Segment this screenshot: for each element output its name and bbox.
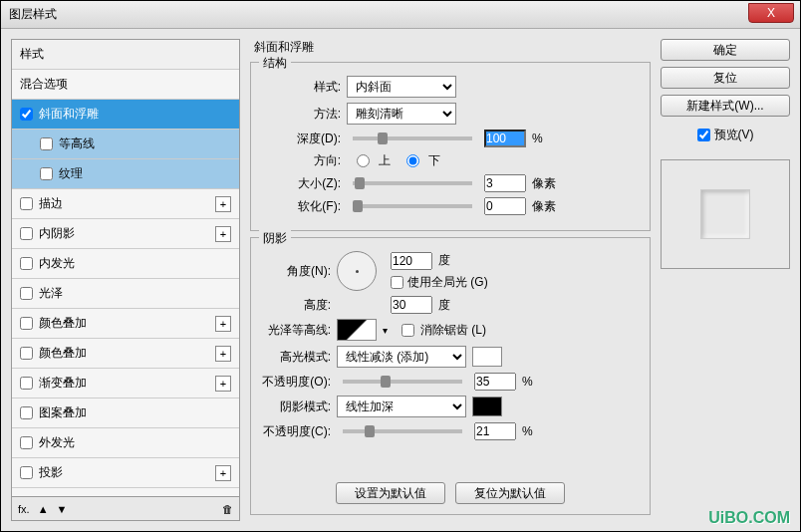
method-select[interactable]: 雕刻清晰 — [347, 103, 456, 125]
preview-checkbox[interactable] — [697, 129, 710, 141]
sidebar-item[interactable]: 图案叠加 — [12, 399, 239, 428]
shadow-color-swatch[interactable] — [472, 397, 502, 416]
sidebar-item[interactable]: 光泽 — [12, 279, 239, 309]
depth-input[interactable] — [484, 130, 526, 147]
style-label: 样式: — [261, 79, 341, 96]
highlight-color-swatch[interactable] — [472, 347, 502, 367]
add-icon[interactable]: + — [215, 346, 231, 362]
angle-label: 角度(N): — [261, 263, 331, 280]
sidebar-header: 样式 — [12, 40, 239, 70]
style-label: 图案叠加 — [39, 404, 231, 421]
style-label: 光泽 — [39, 285, 231, 302]
highlight-opacity-input[interactable] — [474, 373, 516, 391]
style-checkbox[interactable] — [20, 197, 33, 210]
structure-title: 结构 — [259, 55, 291, 72]
add-icon[interactable]: + — [215, 196, 231, 212]
style-checkbox[interactable] — [20, 257, 33, 270]
add-icon[interactable]: + — [215, 376, 231, 392]
blend-options[interactable]: 混合选项 — [12, 70, 239, 100]
cancel-button[interactable]: 复位 — [661, 67, 790, 89]
style-label: 纹理 — [59, 165, 231, 182]
sidebar-item[interactable]: 颜色叠加+ — [12, 309, 239, 339]
soften-unit: 像素 — [532, 198, 556, 215]
close-button[interactable]: X — [748, 3, 794, 23]
antialias-checkbox[interactable] — [401, 324, 414, 337]
trash-icon[interactable]: 🗑 — [222, 503, 233, 515]
style-label: 颜色叠加 — [39, 345, 215, 362]
direction-up-radio[interactable] — [357, 154, 370, 167]
sidebar-item[interactable]: 投影+ — [12, 458, 239, 488]
add-icon[interactable]: + — [215, 465, 231, 481]
shadow-opacity-input[interactable] — [474, 422, 516, 440]
size-unit: 像素 — [532, 175, 556, 192]
size-input[interactable] — [484, 174, 526, 192]
angle-unit: 度 — [438, 252, 450, 269]
style-checkbox[interactable] — [20, 227, 33, 240]
style-checkbox[interactable] — [20, 108, 33, 121]
shadow-opacity-label: 不透明度(C): — [261, 423, 331, 440]
gloss-contour-picker[interactable] — [337, 319, 377, 341]
antialias-label: 消除锯齿 (L) — [420, 322, 486, 339]
altitude-input[interactable] — [391, 296, 432, 314]
layer-style-dialog: 图层样式 X 样式 混合选项 斜面和浮雕等高线纹理描边+内阴影+内发光光泽颜色叠… — [0, 0, 801, 532]
style-label: 等高线 — [59, 135, 231, 152]
depth-slider[interactable] — [353, 136, 472, 140]
ok-button[interactable]: 确定 — [661, 39, 790, 61]
preview-box — [661, 159, 790, 269]
style-label: 斜面和浮雕 — [39, 106, 231, 123]
sidebar-item[interactable]: 纹理 — [12, 159, 239, 189]
soften-input[interactable] — [484, 197, 526, 215]
gloss-label: 光泽等高线: — [261, 322, 331, 339]
style-checkbox[interactable] — [20, 377, 33, 390]
preview-swatch — [700, 189, 750, 239]
highlight-opacity-label: 不透明度(O): — [261, 374, 331, 391]
reset-default-button[interactable]: 复位为默认值 — [455, 482, 565, 504]
global-light-checkbox[interactable] — [391, 276, 403, 289]
add-icon[interactable]: + — [215, 316, 231, 332]
move-up-icon[interactable]: ▲ — [38, 503, 49, 515]
style-checkbox[interactable] — [20, 466, 33, 479]
sidebar-item[interactable]: 描边+ — [12, 189, 239, 219]
style-checkbox[interactable] — [20, 436, 33, 449]
highlight-mode-select[interactable]: 线性减淡 (添加) — [337, 346, 466, 368]
depth-label: 深度(D): — [261, 131, 341, 147]
size-slider[interactable] — [353, 181, 472, 185]
set-default-button[interactable]: 设置为默认值 — [336, 482, 445, 504]
direction-down-radio[interactable] — [406, 154, 419, 167]
angle-input[interactable] — [391, 252, 432, 270]
altitude-label: 高度: — [261, 297, 331, 314]
move-down-icon[interactable]: ▼ — [57, 503, 68, 515]
sidebar-item[interactable]: 斜面和浮雕 — [12, 100, 239, 130]
shadow-mode-select[interactable]: 线性加深 — [337, 396, 466, 417]
style-label: 渐变叠加 — [39, 375, 215, 392]
shadow-group: 阴影 角度(N): 度 使用全局光 (G) — [250, 237, 651, 515]
shadow-title: 阴影 — [259, 230, 291, 247]
shadow-opacity-slider[interactable] — [343, 429, 462, 433]
new-style-button[interactable]: 新建样式(W)... — [661, 95, 790, 117]
section-title: 斜面和浮雕 — [254, 39, 651, 56]
style-label: 描边 — [39, 195, 215, 212]
style-label: 投影 — [39, 464, 215, 481]
style-checkbox[interactable] — [20, 347, 33, 360]
angle-wheel[interactable] — [337, 251, 377, 291]
sidebar-footer: fx. ▲ ▼ 🗑 — [12, 496, 239, 520]
style-label: 外发光 — [39, 434, 231, 451]
content: 样式 混合选项 斜面和浮雕等高线纹理描边+内阴影+内发光光泽颜色叠加+颜色叠加+… — [1, 29, 800, 531]
sidebar-item[interactable]: 颜色叠加+ — [12, 339, 239, 369]
style-checkbox[interactable] — [20, 317, 33, 330]
style-checkbox[interactable] — [20, 406, 33, 419]
sidebar-item[interactable]: 渐变叠加+ — [12, 369, 239, 399]
soften-slider[interactable] — [353, 204, 472, 208]
sidebar-item[interactable]: 内发光 — [12, 249, 239, 279]
sidebar-item[interactable]: 内阴影+ — [12, 219, 239, 249]
add-icon[interactable]: + — [215, 226, 231, 242]
style-checkbox[interactable] — [20, 287, 33, 300]
size-label: 大小(Z): — [261, 175, 341, 192]
sidebar-item[interactable]: 等高线 — [12, 130, 239, 159]
style-label: 内发光 — [39, 255, 231, 272]
titlebar: 图层样式 X — [1, 1, 800, 29]
fx-menu[interactable]: fx. — [18, 503, 30, 515]
highlight-opacity-slider[interactable] — [343, 380, 462, 384]
sidebar-item[interactable]: 外发光 — [12, 428, 239, 458]
style-select[interactable]: 内斜面 — [347, 76, 456, 98]
